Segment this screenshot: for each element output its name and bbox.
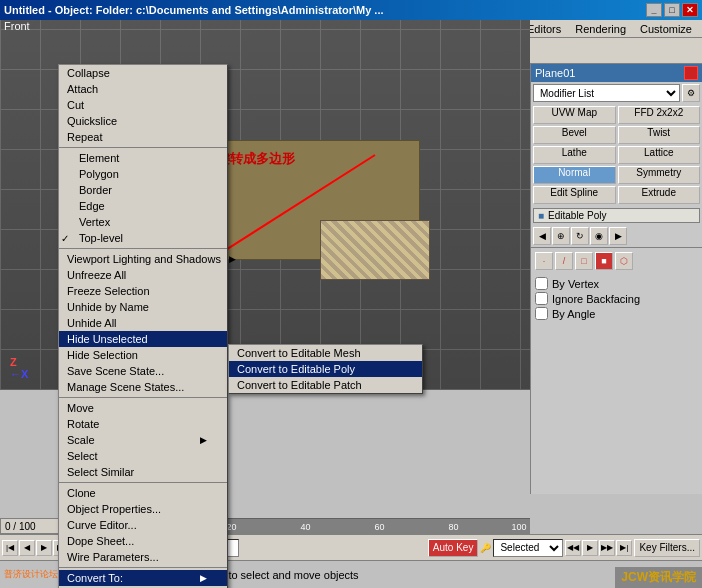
mod-btn-normal[interactable]: Normal bbox=[533, 166, 616, 184]
ctx-unhide-by-name[interactable]: Unhide by Name bbox=[59, 299, 227, 315]
polygon-icon[interactable]: ■ bbox=[595, 252, 613, 270]
ctx-sep-3 bbox=[59, 397, 227, 398]
ctx-repeat[interactable]: Repeat bbox=[59, 129, 227, 145]
panel-icon-1[interactable]: ◀ bbox=[533, 227, 551, 245]
ctx-select-similar[interactable]: Select Similar bbox=[59, 464, 227, 480]
mod-btn-lathe[interactable]: Lathe bbox=[533, 146, 616, 164]
go-start-button[interactable]: |◀ bbox=[2, 540, 18, 556]
ctx-vertex[interactable]: Vertex bbox=[59, 214, 227, 230]
prev-frame-button[interactable]: ◀ bbox=[19, 540, 35, 556]
sub-ctx-editable-patch[interactable]: Convert to Editable Patch bbox=[229, 377, 422, 393]
ctx-rotate[interactable]: Rotate bbox=[59, 416, 227, 432]
ctx-freeze-selection[interactable]: Freeze Selection bbox=[59, 283, 227, 299]
maximize-button[interactable]: □ bbox=[664, 3, 680, 17]
mod-btn-symmetry[interactable]: Symmetry bbox=[618, 166, 701, 184]
editable-poly-header: ■ Editable Poly bbox=[533, 208, 700, 223]
ruler-mark-20: 20 bbox=[227, 522, 237, 532]
vertex-icon[interactable]: · bbox=[535, 252, 553, 270]
border-icon[interactable]: □ bbox=[575, 252, 593, 270]
ctx-toplevel[interactable]: Top-level bbox=[59, 230, 227, 246]
ctx-hide-selection[interactable]: Hide Selection bbox=[59, 347, 227, 363]
minimize-button[interactable]: _ bbox=[646, 3, 662, 17]
element-icon[interactable]: ⬡ bbox=[615, 252, 633, 270]
ctx-dope-sheet[interactable]: Dope Sheet... bbox=[59, 533, 227, 549]
mod-btn-extrude[interactable]: Extrude bbox=[618, 186, 701, 204]
ctx-move[interactable]: Move bbox=[59, 400, 227, 416]
right-panel: Plane01 Modifier List ⚙ UVW Map FFD 2x2x… bbox=[530, 64, 702, 494]
checkbox-ignorebackfacing-row: Ignore Backfacing bbox=[535, 291, 698, 306]
modifier-button-grid: UVW Map FFD 2x2x2 Bevel Twist Lathe Latt… bbox=[531, 104, 702, 206]
ctx-unhide-all[interactable]: Unhide All bbox=[59, 315, 227, 331]
ctx-quickslice[interactable]: Quickslice bbox=[59, 113, 227, 129]
playback-nav: ◀◀ ▶ ▶▶ ▶| bbox=[565, 540, 632, 556]
selected-dropdown[interactable]: Selected bbox=[493, 539, 563, 557]
ctx-attach[interactable]: Attach bbox=[59, 81, 227, 97]
mod-btn-editspline[interactable]: Edit Spline bbox=[533, 186, 616, 204]
progress-text: 0 / 100 bbox=[5, 521, 36, 532]
modifier-settings-icon[interactable]: ⚙ bbox=[682, 84, 700, 102]
key-icon: 🔑 bbox=[480, 543, 491, 553]
ctx-save-scene[interactable]: Save Scene State... bbox=[59, 363, 227, 379]
panel-icon-5[interactable]: ▶ bbox=[609, 227, 627, 245]
edge-icon[interactable]: / bbox=[555, 252, 573, 270]
object-name: Plane01 bbox=[535, 67, 575, 79]
ctx-cut[interactable]: Cut bbox=[59, 97, 227, 113]
mod-btn-lattice[interactable]: Lattice bbox=[618, 146, 701, 164]
object-color-swatch[interactable] bbox=[684, 66, 698, 80]
ruler-mark-80: 80 bbox=[449, 522, 459, 532]
watermark-text: JCW资讯学院 bbox=[615, 567, 702, 588]
ignorebackfacing-label: Ignore Backfacing bbox=[552, 293, 640, 305]
ctx-unfreeze-all[interactable]: Unfreeze All bbox=[59, 267, 227, 283]
sub-context-menu: Convert to Editable Mesh Convert to Edit… bbox=[228, 344, 423, 394]
checkbox-byvertex-row: By Vertex bbox=[535, 276, 698, 291]
ctx-collapse[interactable]: Collapse bbox=[59, 65, 227, 81]
menu-rendering[interactable]: Rendering bbox=[569, 22, 632, 36]
checkbox-byangle-row: By Angle bbox=[535, 306, 698, 321]
ctx-object-properties[interactable]: Object Properties... bbox=[59, 501, 227, 517]
ctx-viewport-lighting[interactable]: Viewport Lighting and Shadows▶ bbox=[59, 251, 227, 267]
playback-fwd[interactable]: ▶▶ bbox=[599, 540, 615, 556]
menu-customize[interactable]: Customize bbox=[634, 22, 698, 36]
sub-ctx-editable-mesh[interactable]: Convert to Editable Mesh bbox=[229, 345, 422, 361]
panel-icon-4[interactable]: ◉ bbox=[590, 227, 608, 245]
byvertex-checkbox[interactable] bbox=[535, 277, 548, 290]
mod-btn-twist[interactable]: Twist bbox=[618, 126, 701, 144]
axes-indicator: Z ←X bbox=[10, 356, 28, 380]
modifier-list-row: Modifier List ⚙ bbox=[531, 82, 702, 104]
byangle-checkbox[interactable] bbox=[535, 307, 548, 320]
ctx-element[interactable]: Element bbox=[59, 150, 227, 166]
ignorebackfacing-checkbox[interactable] bbox=[535, 292, 548, 305]
ruler-mark-100: 100 bbox=[512, 522, 527, 532]
playback-play-btn[interactable]: ▶ bbox=[582, 540, 598, 556]
key-filters-button[interactable]: Key Filters... bbox=[634, 539, 700, 557]
editable-poly-label: Editable Poly bbox=[548, 210, 606, 221]
ctx-edge[interactable]: Edge bbox=[59, 198, 227, 214]
mod-btn-bevel[interactable]: Bevel bbox=[533, 126, 616, 144]
ctx-convert-to[interactable]: Convert To:▶ bbox=[59, 570, 227, 586]
ctx-border[interactable]: Border bbox=[59, 182, 227, 198]
panel-icon-2[interactable]: ⊕ bbox=[552, 227, 570, 245]
ctx-sep-1 bbox=[59, 147, 227, 148]
ctx-curve-editor[interactable]: Curve Editor... bbox=[59, 517, 227, 533]
ctx-manage-scene[interactable]: Manage Scene States... bbox=[59, 379, 227, 395]
close-button[interactable]: ✕ bbox=[682, 3, 698, 17]
ctx-hide-unselected[interactable]: Hide Unselected bbox=[59, 331, 227, 347]
ctx-scale[interactable]: Scale▶ bbox=[59, 432, 227, 448]
ctx-select[interactable]: Select bbox=[59, 448, 227, 464]
ruler-mark-60: 60 bbox=[375, 522, 385, 532]
ctx-clone[interactable]: Clone bbox=[59, 485, 227, 501]
box-object-3 bbox=[320, 220, 430, 280]
ctx-wire-params[interactable]: Wire Parameters... bbox=[59, 549, 227, 565]
panel-icon-3[interactable]: ↻ bbox=[571, 227, 589, 245]
autokey-button[interactable]: Auto Key bbox=[428, 539, 479, 557]
playback-back[interactable]: ◀◀ bbox=[565, 540, 581, 556]
mod-btn-uvwmap[interactable]: UVW Map bbox=[533, 106, 616, 124]
playback-end[interactable]: ▶| bbox=[616, 540, 632, 556]
mod-btn-ffd[interactable]: FFD 2x2x2 bbox=[618, 106, 701, 124]
ctx-polygon[interactable]: Polygon bbox=[59, 166, 227, 182]
ctx-sep-2 bbox=[59, 248, 227, 249]
modifier-list-dropdown[interactable]: Modifier List bbox=[533, 84, 680, 102]
play-button[interactable]: ▶ bbox=[36, 540, 52, 556]
ctx-sep-4 bbox=[59, 482, 227, 483]
sub-ctx-editable-poly[interactable]: Convert to Editable Poly bbox=[229, 361, 422, 377]
